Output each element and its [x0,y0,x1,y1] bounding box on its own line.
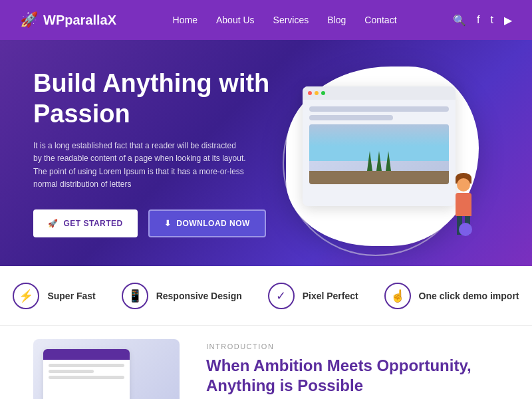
cursor-icon: ☝ [384,283,411,309]
twitter-icon[interactable]: t [491,14,493,26]
content-image [309,124,449,184]
logo-icon: 🚀 [20,11,38,29]
speed-icon: ⚡ [13,283,39,309]
ground-area [309,171,449,184]
nav-item-services[interactable]: Services [273,14,309,26]
search-icon[interactable]: 🔍 [453,14,466,27]
girl-body [456,193,471,216]
browser-content [303,100,456,190]
features-section: ⚡ Super Fast 📱 Responsive Design ✓ Pixel… [0,266,532,326]
intro-card-line-2 [49,370,94,373]
download-button[interactable]: ⬇ DOWNLOAD NOW [148,209,266,237]
intro-card-line-1 [49,364,124,367]
content-line-1 [309,106,449,112]
dot-red [308,91,312,95]
dot-yellow [315,91,319,95]
hero-content: Build Anything with Passion It is a long… [33,68,269,237]
hero-illustration [279,60,492,259]
girl-head [457,178,470,192]
youtube-icon[interactable]: ▶ [504,14,512,27]
content-line-2 [309,115,393,120]
nav-item-home[interactable]: Home [173,14,198,26]
circle-decoration-2 [459,223,472,236]
trees-area [309,151,449,171]
nav-social-icons: 🔍 f t ▶ [453,14,512,27]
intro-card-header [43,349,130,360]
mobile-icon: 📱 [122,283,148,309]
nav-item-blog[interactable]: Blog [327,14,346,26]
intro-card-body [43,360,130,386]
browser-bar [303,86,456,100]
intro-section-label: INTRODUCTION [206,342,499,350]
feature-super-fast: ⚡ Super Fast [13,283,95,309]
intro-title: When Ambition Meets Opportunity, Anythin… [206,356,499,396]
tree-3 [386,151,391,171]
intro-section: INTRODUCTION When Ambition Meets Opportu… [0,326,532,399]
logo[interactable]: 🚀 WPparallaX [20,11,116,29]
hero-description: It is a long established fact that a rea… [33,140,246,191]
hero-buttons: 🚀 GET STARTED ⬇ DOWNLOAD NOW [33,209,269,237]
dot-green [321,91,325,95]
logo-text: WPparallaX [43,13,116,28]
nav-item-contact[interactable]: Contact [364,14,396,26]
feature-one-click: ☝ One click demo import [384,283,519,309]
feature-label-responsive: Responsive Design [156,291,242,301]
checkmark-icon: ✓ [268,283,295,309]
browser-mockup [303,86,456,206]
feature-label-super-fast: Super Fast [47,291,95,301]
nav-item-about[interactable]: About Us [216,14,255,26]
intro-card-line-3 [49,376,124,379]
tree-2 [376,151,382,171]
get-started-button[interactable]: 🚀 GET STARTED [33,209,138,237]
hero-section: Build Anything with Passion It is a long… [0,40,532,266]
feature-responsive: 📱 Responsive Design [122,283,242,309]
rocket-icon: 🚀 [48,219,59,228]
intro-illustration [33,339,180,399]
feature-pixel-perfect: ✓ Pixel Perfect [268,283,358,309]
hero-title: Build Anything with Passion [33,68,269,129]
facebook-icon[interactable]: f [477,14,479,26]
navbar: 🚀 WPparallaX Home About Us Services Blog… [0,0,532,40]
nav-links: Home About Us Services Blog Contact [173,14,397,26]
feature-label-pixel-perfect: Pixel Perfect [303,291,358,301]
tree-1 [367,151,372,171]
download-icon: ⬇ [164,219,172,228]
intro-card-mockup [43,349,130,399]
feature-label-one-click: One click demo import [419,291,519,301]
intro-content: INTRODUCTION When Ambition Meets Opportu… [206,339,499,396]
